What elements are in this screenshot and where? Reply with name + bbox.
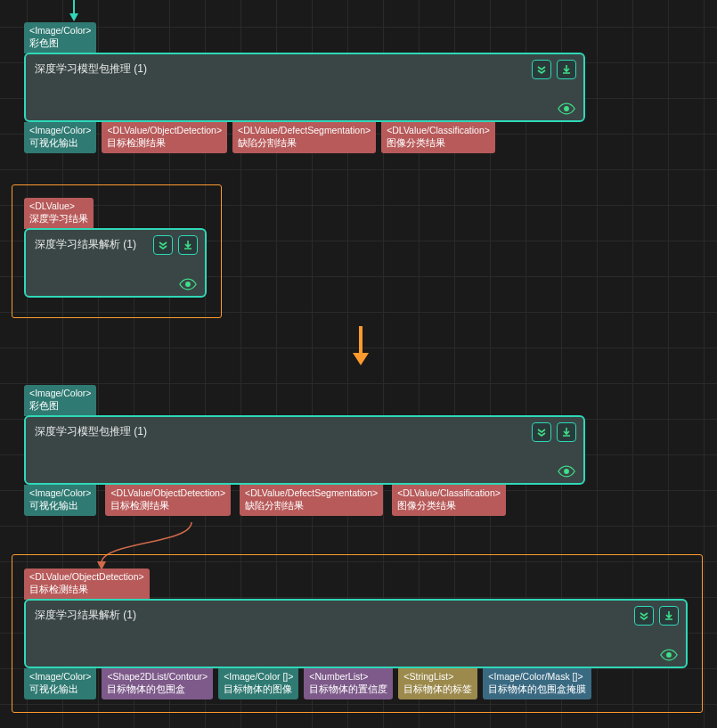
svg-point-4: [564, 469, 569, 474]
download-icon[interactable]: [178, 235, 198, 255]
port-type: <DLValue>: [29, 200, 88, 212]
port-label: 可视化输出: [29, 500, 91, 512]
port-type: <Image/Color>: [29, 25, 91, 37]
output-port-defect-seg[interactable]: <DLValue/DefectSegmentation> 缺陷分割结果: [240, 485, 383, 516]
port-type: <Image/Color/Mask []>: [488, 671, 586, 683]
transition-arrow-icon: [353, 326, 369, 365]
input-port-color-image[interactable]: <Image/Color> 彩色图: [24, 22, 96, 53]
port-type: <Image/Color>: [29, 671, 91, 683]
port-label: 图像分类结果: [397, 500, 501, 512]
port-label: 缺陷分割结果: [245, 500, 378, 512]
node-dl-inference-1[interactable]: <Image/Color> 彩色图 深度学习模型包推理 (1) <Image/C…: [24, 22, 585, 153]
port-label: 彩色图: [29, 37, 91, 50]
output-port-confidence[interactable]: <NumberList> 目标物体的置信度: [304, 668, 393, 699]
port-label: 目标物体的标签: [403, 683, 472, 696]
node-dl-parse-2[interactable]: <DLValue/ObjectDetection> 目标检测结果 深度学习结果解…: [24, 568, 688, 699]
port-type: <Image/Color>: [29, 487, 91, 499]
svg-marker-1: [69, 13, 78, 21]
output-port-classification[interactable]: <DLValue/Classification> 图像分类结果: [381, 122, 495, 153]
output-port-object-detection[interactable]: <DLValue/ObjectDetection> 目标检测结果: [102, 122, 227, 153]
download-icon[interactable]: [557, 422, 576, 442]
port-label: 可视化输出: [29, 683, 91, 696]
output-port-object-detection[interactable]: <DLValue/ObjectDetection> 目标检测结果: [105, 485, 231, 516]
port-type: <Image/Color []>: [224, 671, 293, 683]
expand-down-icon[interactable]: [532, 60, 551, 79]
input-port-object-detection[interactable]: <DLValue/ObjectDetection> 目标检测结果: [24, 568, 150, 600]
port-label: 目标物体的包围盒: [107, 683, 208, 696]
output-port-masks[interactable]: <Image/Color/Mask []> 目标物体的包围盒掩膜: [483, 668, 591, 699]
port-type: <DLValue/ObjectDetection>: [29, 571, 144, 583]
output-port-visual[interactable]: <Image/Color> 可视化输出: [24, 485, 96, 516]
node-title: 深度学习模型包推理 (1): [35, 424, 574, 439]
input-port-color-image[interactable]: <Image/Color> 彩色图: [24, 385, 96, 416]
node-dl-inference-2[interactable]: <Image/Color> 彩色图 深度学习模型包推理 (1) <Image/C…: [24, 385, 585, 516]
svg-point-2: [564, 106, 569, 111]
output-port-labels[interactable]: <StringList> 目标物体的标签: [398, 668, 477, 699]
port-type: <DLValue/Classification>: [397, 487, 501, 499]
port-label: 目标检测结果: [107, 137, 222, 150]
port-label: 目标物体的图像: [224, 683, 293, 696]
visibility-icon[interactable]: [557, 463, 576, 479]
port-label: 可视化输出: [29, 137, 91, 150]
visibility-icon[interactable]: [557, 101, 576, 117]
download-icon[interactable]: [659, 606, 679, 626]
download-icon[interactable]: [557, 60, 576, 79]
node-dl-parse-1[interactable]: <DLValue> 深度学习结果 深度学习结果解析 (1): [24, 198, 207, 298]
svg-point-6: [666, 652, 672, 658]
port-label: 目标物体的包围盒掩膜: [488, 683, 586, 696]
node-title: 深度学习结果解析 (1): [35, 608, 677, 623]
visibility-icon[interactable]: [659, 647, 679, 663]
port-type: <NumberList>: [309, 671, 387, 683]
port-type: <DLValue/Classification>: [387, 125, 490, 136]
port-type: <Shape2DList/Contour>: [107, 671, 208, 683]
output-port-visual[interactable]: <Image/Color> 可视化输出: [24, 122, 96, 153]
expand-down-icon[interactable]: [153, 235, 173, 255]
port-type: <DLValue/DefectSegmentation>: [245, 487, 378, 499]
visibility-icon[interactable]: [178, 276, 198, 292]
port-label: 目标检测结果: [29, 584, 144, 596]
port-type: <Image/Color>: [29, 125, 91, 136]
port-label: 目标物体的置信度: [309, 683, 387, 696]
port-label: 目标检测结果: [110, 500, 225, 512]
node-title: 深度学习模型包推理 (1): [35, 61, 574, 77]
output-port-contours[interactable]: <Shape2DList/Contour> 目标物体的包围盒: [102, 668, 213, 699]
port-label: 缺陷分割结果: [238, 137, 371, 150]
output-port-visual[interactable]: <Image/Color> 可视化输出: [24, 668, 96, 699]
expand-down-icon[interactable]: [532, 422, 551, 442]
port-label: 深度学习结果: [29, 213, 88, 225]
expand-down-icon[interactable]: [634, 606, 654, 626]
port-label: 图像分类结果: [387, 137, 490, 150]
port-type: <Image/Color>: [29, 388, 91, 399]
output-port-images[interactable]: <Image/Color []> 目标物体的图像: [218, 668, 298, 699]
output-port-defect-seg[interactable]: <DLValue/DefectSegmentation> 缺陷分割结果: [232, 122, 376, 153]
port-type: <StringList>: [403, 671, 472, 683]
output-port-classification[interactable]: <DLValue/Classification> 图像分类结果: [392, 485, 506, 516]
port-type: <DLValue/DefectSegmentation>: [238, 125, 371, 136]
input-port-dlvalue[interactable]: <DLValue> 深度学习结果: [24, 198, 94, 229]
port-type: <DLValue/ObjectDetection>: [107, 125, 222, 136]
svg-point-3: [185, 282, 191, 287]
port-type: <DLValue/ObjectDetection>: [110, 487, 225, 499]
port-label: 彩色图: [29, 400, 91, 413]
